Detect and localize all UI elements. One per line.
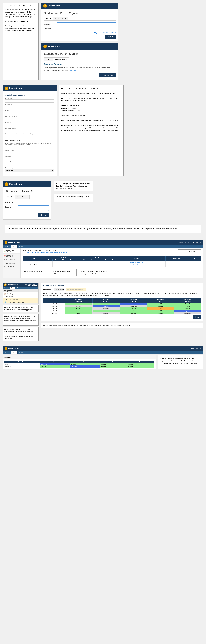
tab-signin-3[interactable]: Sign In [5,195,15,199]
email-input[interactable] [5,111,54,114]
sch-slot-3-1[interactable]: Available [65,308,92,310]
access-id-input[interactable] [5,157,54,160]
mini-student-tabs: Susan Tim Cheryl [3,287,38,289]
event-name-row: Event Name Select Title This session wil… [43,288,201,291]
powerschool-logo-icon: P [43,4,47,8]
password-label-2: Password [5,121,54,123]
sidebar-item-grades[interactable]: 📊 Grades and Attendance [2,249,20,254]
confirm-row-1: Teacher A Confirmed Available Available … [4,363,154,365]
tab-cheryl-7[interactable]: Cheryl [17,351,26,354]
password-input-2[interactable] [5,123,54,126]
password-input[interactable] [57,27,116,30]
sch-slot-1-5[interactable]: Available [174,303,201,305]
tab-cheryl-5[interactable]: Cheryl [17,245,26,248]
mini-tab-susan[interactable]: Susan [3,287,10,289]
create-account-button[interactable]: Create Account [99,73,116,77]
forgot-link-anchor-1[interactable]: Forgot Username or Password? [94,32,116,34]
tab-create-3[interactable]: Create Account [15,195,30,199]
confirm-row-2: Teacher B Available Confirmed Available … [4,365,154,368]
confirm-th-event: Event Name [4,361,40,363]
sch-slot-2-2[interactable]: Registered [93,305,120,308]
sch-slot-4-4[interactable]: Available [147,310,174,312]
submit-button[interactable]: Submit [193,316,201,319]
row-course[interactable]: English Language ArtsMr. TeacherEnv. 00 [116,262,157,267]
sch-slot-2-4[interactable]: Available [147,305,174,308]
mini-sidebar-pt-conference[interactable]: 👥 Parent Teacher Conference [3,301,38,304]
link-students-desc: Enter the Access ID, Access Password, an… [5,142,54,146]
tab-tim-5[interactable]: Tim [11,245,17,248]
th-exp: Exp [23,256,45,262]
access-password-input[interactable] [5,163,54,166]
help-link[interactable]: Help [191,242,194,243]
forgot-link-anchor-3[interactable]: Forgot Username or Password? [27,210,49,212]
sch-slot-2-5[interactable]: Available [174,305,201,308]
create-parent-panel: P PowerSchool Create Parent Account Firs… [2,85,57,176]
sidebar-item-schedule[interactable]: 🗓 My Schedule [2,265,20,268]
section6: P PowerSchool Welcome Help Sign Out Susa… [0,280,206,344]
sign-out-link[interactable]: Sign Out [196,242,202,243]
sch-th-4: Mr. Teacher [147,298,174,300]
tab-susan-7[interactable]: Susan [2,351,11,354]
mini-help[interactable]: Help [28,284,31,286]
tab-create-2[interactable]: Create Account [53,58,69,61]
relationship-select[interactable]: -- Choose [5,169,54,172]
confirm-slot-2-1[interactable]: Available [40,365,70,368]
help-link-7[interactable]: Help [191,348,194,349]
calendar-icon: 📅 [4,255,6,257]
sch-slot-1-1[interactable]: Available [65,303,92,305]
confirm-slot-1-4[interactable]: Available [127,363,154,365]
mini-conference-icon: 👥 [4,301,6,303]
mini-tab-cheryl[interactable]: Cheryl [15,287,22,289]
desired-username-input[interactable] [5,117,54,120]
sch-slot-3-3[interactable]: Available [120,308,147,310]
confirm-slot-1-3[interactable]: Available [100,363,127,365]
sch-slot-1-2[interactable]: Available [93,303,120,305]
sch-slot-1-3[interactable]: Registered [120,303,147,305]
mini-sidebar-class-reg[interactable]: 📋 Class Registration [3,292,38,295]
tab-signin-2[interactable]: Sign In [44,58,53,61]
sch-slot-5-1[interactable]: Available [65,312,92,314]
sch-slot-4-3[interactable]: Available [120,310,147,312]
tw-th-val [102,262,109,267]
mini-tab-tim[interactable]: Tim [10,287,15,289]
sch-slot-1-4[interactable]: Available [147,303,174,305]
desired-username-label: Desired Username [5,116,54,117]
sch-slot-4-5[interactable]: Registered [174,310,201,312]
sidebar-item-attendance[interactable]: 📅 Attendance Registration [2,254,20,258]
sidebar-item-email[interactable]: ✉ Email Notification [2,258,20,262]
sch-slot-5-4[interactable]: Available [147,312,174,314]
reenter-password-input[interactable] [5,129,54,132]
confirm-panel-title: Schedules [3,356,156,360]
confirm-slot-1-2[interactable]: Available [70,363,100,365]
sch-slot-5-3[interactable]: Available [120,312,147,314]
mini-sidebar-my-schedule[interactable]: 🗓 My Schedule [3,295,38,298]
sign-out-link-7[interactable]: Sign Out [196,348,202,349]
reenter-password-label: Re-enter Password [5,127,54,129]
powerschool-logo-icon-4: P [5,182,8,186]
confirm-slot-2-4[interactable]: Available [127,365,154,368]
first-name-input[interactable] [5,100,54,102]
tab-create-1[interactable]: Create Account [53,17,68,20]
tab-tim-7[interactable]: Tim [11,351,17,354]
signin-button-1[interactable]: Sign In [105,35,116,38]
mini-signout[interactable]: Sign Out [32,284,37,286]
event-name-select[interactable]: Select Title [54,288,64,291]
student-name-label: Student Name [5,149,54,151]
username-input[interactable] [57,22,116,26]
signin-button-3[interactable]: Sign In [38,213,49,217]
callout-change-student: Change to a different student by clickin… [54,194,93,202]
password-input-3[interactable] [18,206,49,209]
student-name-input[interactable] [5,151,54,154]
learn-more-link[interactable]: Learn more [68,69,76,71]
sch-slot-3-5[interactable]: Available [174,308,201,310]
sch-slot-4-2[interactable]: Available [93,310,120,312]
last-name-input[interactable] [5,105,54,108]
tab-signin-1[interactable]: Sign In [44,17,53,20]
confirm-slot-2-3[interactable]: Available [100,365,127,368]
username-input-3[interactable] [18,201,49,204]
sch-slot-4-1[interactable]: Available [65,310,92,312]
content-subtitle[interactable]: Click here to see a list of all your stu… [22,252,68,253]
mini-sidebar-account-prefs[interactable]: ⚙ Account Preferences [3,298,38,301]
tab-susan-5[interactable]: Susan [2,245,11,248]
sidebar-item-class-reg[interactable]: 📋 Class Registration [2,262,20,265]
